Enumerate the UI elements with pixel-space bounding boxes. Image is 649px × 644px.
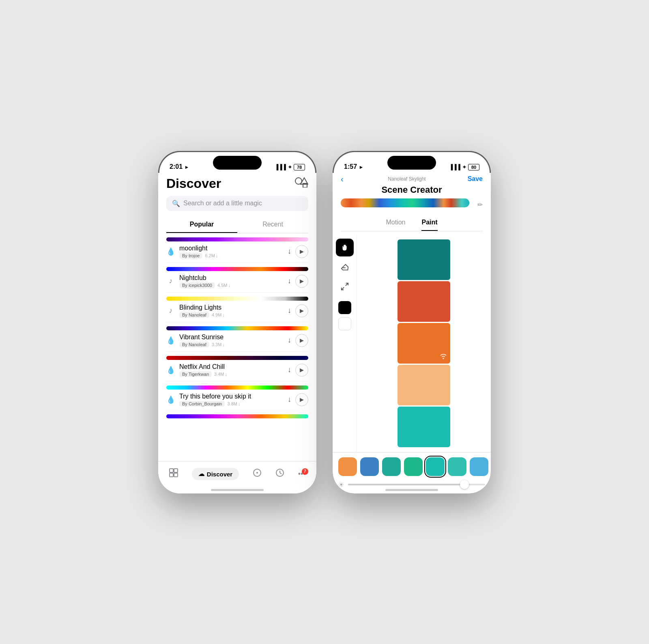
tab-paint[interactable]: Paint	[421, 215, 437, 231]
tool-eraser[interactable]	[336, 258, 354, 276]
scene-creator-screen: ‹ Nanoleaf Skylight Save Scene Creator ✏…	[333, 173, 491, 493]
panel-teal[interactable]	[398, 239, 450, 280]
canvas-area	[357, 235, 491, 452]
scene-name-blinding: Blinding Lights	[179, 304, 225, 311]
time-right: 1:57 ►	[344, 163, 363, 170]
time-left: 2:01 ►	[170, 163, 189, 170]
gradient-bar-netflix	[166, 356, 308, 360]
right-phone: 1:57 ► ▐▐▐ ⌖ 80 ‹ Nanoleaf Skylight Save	[333, 151, 491, 493]
play-btn-moonlight[interactable]: ▶	[295, 245, 308, 258]
search-icon: 🔍	[172, 200, 180, 207]
clock-icon	[275, 468, 285, 480]
tab-motion[interactable]: Motion	[386, 215, 405, 231]
download-btn-moonlight[interactable]: ↓	[288, 247, 291, 256]
tool-expand[interactable]	[336, 278, 354, 295]
color-swatch-black[interactable]	[338, 301, 351, 314]
wifi-panel-indicator	[440, 353, 447, 360]
discover-header: Discover 🔍 Search or add a little magic	[158, 173, 316, 233]
play-btn-netflix[interactable]: ▶	[295, 364, 308, 377]
gradient-edit-icon[interactable]: ✏	[477, 201, 483, 209]
download-btn-try[interactable]: ↓	[288, 395, 291, 404]
scene-downloads-moonlight: 6.2M ↓	[205, 253, 218, 258]
dynamic-island-right	[387, 156, 436, 170]
swatch-light-teal[interactable]	[448, 457, 466, 476]
search-placeholder: Search or add a little magic	[183, 200, 262, 207]
color-swatch-white[interactable]	[338, 317, 351, 330]
panel-peach[interactable]	[398, 365, 450, 405]
download-btn-netflix[interactable]: ↓	[288, 366, 291, 374]
tab-popular[interactable]: Popular	[166, 217, 237, 233]
back-button[interactable]: ‹	[341, 174, 355, 184]
signal-icon-left: ▐▐▐	[275, 164, 286, 170]
swatch-teal[interactable]	[382, 457, 401, 476]
panel-orange[interactable]	[398, 323, 450, 364]
panel-stack	[398, 239, 450, 447]
nav-compass[interactable]	[252, 468, 262, 480]
dynamic-island-left	[213, 156, 262, 170]
gradient-bar-try	[166, 386, 308, 390]
brightness-thumb[interactable]	[460, 480, 469, 489]
scene-author-vibrant: By Nanoleaf	[179, 342, 209, 347]
swatch-blue[interactable]	[360, 457, 379, 476]
notification-badge: 7	[302, 468, 308, 475]
list-item: ♪ Blinding Lights By Nanoleaf 4.9M ↓ ↓	[166, 293, 308, 322]
nav-grid[interactable]	[169, 468, 178, 480]
home-indicator-right	[385, 489, 438, 491]
scene-icon-nightclub: ♪	[166, 277, 175, 285]
svg-point-8	[256, 472, 258, 474]
tools-sidebar	[333, 235, 357, 452]
left-phone-content: Discover 🔍 Search or add a little magic	[158, 173, 316, 493]
status-icons-right: ▐▐▐ ⌖ 80	[449, 164, 479, 170]
tool-hand[interactable]	[336, 239, 354, 256]
gradient-bar-last	[166, 414, 308, 418]
compass-icon	[252, 468, 262, 480]
list-item: 💧 moonlight By trojoe 6.2M ↓ ↓	[166, 233, 308, 263]
download-btn-vibrant[interactable]: ↓	[288, 336, 291, 345]
svg-rect-4	[174, 469, 178, 472]
svg-rect-5	[170, 473, 173, 477]
panel-orange-red[interactable]	[398, 281, 450, 322]
discover-title: Discover	[166, 176, 221, 191]
battery-left: 78	[294, 164, 305, 170]
scene-icon-vibrant: 💧	[166, 336, 175, 345]
nav-history[interactable]	[275, 468, 285, 480]
status-icons-left: ▐▐▐ ⌖ 78	[275, 164, 305, 170]
download-btn-blinding[interactable]: ↓	[288, 306, 291, 315]
search-bar[interactable]: 🔍 Search or add a little magic	[166, 196, 308, 211]
gradient-bar-moonlight	[166, 237, 308, 241]
scene-downloads-netflix: 3.4M ↓	[214, 372, 227, 377]
cloud-icon: ☁	[198, 470, 204, 478]
battery-right: 80	[468, 164, 479, 170]
swatch-cyan-selected[interactable]	[426, 457, 445, 476]
scene-icon-netflix: 💧	[166, 366, 175, 375]
brightness-slider[interactable]	[348, 484, 485, 485]
creator-tabs: Motion Paint	[341, 215, 483, 231]
scene-author-nightclub: By icepick3000	[179, 282, 215, 288]
swatch-orange[interactable]	[338, 457, 357, 476]
nav-discover[interactable]: ☁ Discover	[192, 468, 239, 480]
tab-row: Popular Recent	[166, 217, 308, 233]
scene-list: 💧 moonlight By trojoe 6.2M ↓ ↓	[158, 233, 316, 461]
save-button[interactable]: Save	[458, 175, 483, 183]
panel-cyan[interactable]	[398, 407, 450, 447]
left-phone: 2:01 ► ▐▐▐ ⌖ 78 Discover	[158, 151, 316, 493]
creator-subtitle: Nanoleaf Skylight	[355, 176, 458, 182]
scene-name-try: Try this before you skip it	[179, 393, 251, 400]
play-btn-nightclub[interactable]: ▶	[295, 275, 308, 288]
scene-name-netflix: Netflix And Chill	[179, 363, 227, 370]
swatch-green[interactable]	[404, 457, 423, 476]
nav-more[interactable]: ••• 7	[298, 470, 306, 478]
play-btn-vibrant[interactable]: ▶	[295, 334, 308, 347]
scene-downloads-try: 3.8M ↓	[227, 401, 240, 406]
download-btn-nightclub[interactable]: ↓	[288, 277, 291, 285]
home-indicator-left	[211, 489, 264, 491]
swatch-sky-blue[interactable]	[470, 457, 488, 476]
tab-recent[interactable]: Recent	[237, 217, 308, 233]
play-btn-try[interactable]: ▶	[295, 393, 308, 406]
svg-rect-3	[170, 469, 173, 472]
shapes-icon	[294, 177, 308, 190]
play-btn-blinding[interactable]: ▶	[295, 304, 308, 317]
brightness-row: ☀	[338, 481, 485, 489]
list-item: ♪ Nightclub By icepick3000 4.5M ↓ ↓	[166, 263, 308, 293]
svg-rect-6	[174, 473, 178, 477]
